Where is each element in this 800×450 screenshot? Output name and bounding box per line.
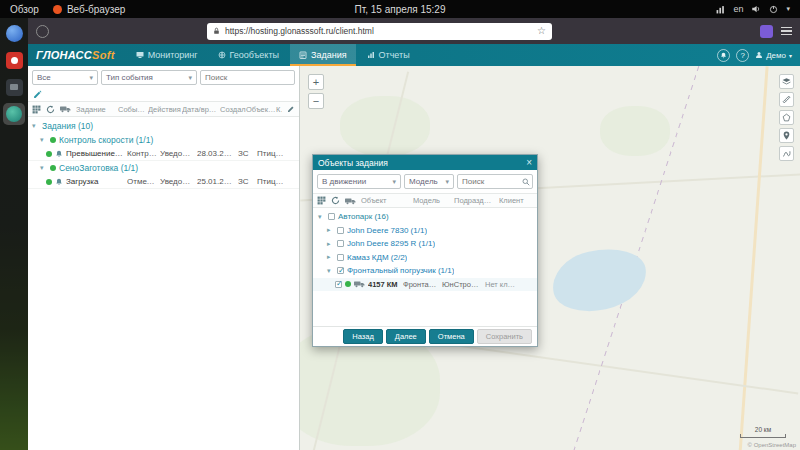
refresh-icon[interactable]: [331, 196, 340, 205]
objects-root-row[interactable]: ▾ Автопарк (16): [313, 210, 537, 224]
app-logo[interactable]: ГЛОНАССSoft: [36, 49, 115, 61]
object-group-row[interactable]: ▾ Фронтальный погрузчик (1/1): [313, 264, 537, 278]
system-menu-caret-icon[interactable]: ▾: [786, 5, 790, 13]
map-polygon-button[interactable]: [779, 110, 794, 125]
task-objects-dialog: Объекты задания × В движении▾ Модель▾: [312, 154, 538, 347]
col-objects[interactable]: Объекты: [246, 105, 276, 114]
task-row[interactable]: Загрузка Отметка... Уведомл... 25.01.202…: [28, 175, 299, 189]
help-icon[interactable]: ?: [736, 49, 749, 62]
group-checkbox-checked[interactable]: [337, 267, 344, 274]
object-row[interactable]: 4157 КМ Фронтальн... ЮнСтройС... Нет кли…: [313, 278, 537, 292]
task-group-row[interactable]: ▾ СеноЗаготовка (1/1): [28, 161, 299, 175]
map-layers-button[interactable]: [779, 74, 794, 89]
close-icon[interactable]: ×: [526, 158, 532, 168]
col-task[interactable]: Задание: [76, 105, 118, 114]
dock-item-utility[interactable]: [3, 76, 25, 98]
root-checkbox[interactable]: [328, 213, 335, 220]
task-name: Загрузка: [66, 177, 124, 186]
nav-tasks[interactable]: Задания: [290, 44, 356, 66]
browser-menu-icon[interactable]: [781, 27, 792, 36]
group-checkbox[interactable]: [337, 240, 344, 247]
tasks-tree: ▾ Задания (10) ▾ Контроль скорости (1/1)…: [28, 117, 299, 450]
activities-button[interactable]: Обзор: [10, 4, 39, 15]
group-checkbox[interactable]: [337, 254, 344, 261]
browser-window: https://hosting.glonasssoft.ru/client.ht…: [28, 18, 800, 450]
nav-monitoring[interactable]: Мониторинг: [127, 44, 207, 66]
notifications-icon[interactable]: [717, 49, 730, 62]
object-group-label: John Deere 7830 (1/1): [347, 226, 427, 235]
focused-app-indicator[interactable]: Веб-браузер: [53, 4, 126, 15]
group-checkbox[interactable]: [337, 227, 344, 234]
nav-reports[interactable]: Отчеты: [358, 44, 419, 66]
caret-right-icon[interactable]: ▸: [327, 253, 334, 261]
volume-icon[interactable]: [751, 4, 761, 14]
map-marker-button[interactable]: [779, 128, 794, 143]
select-all-icon[interactable]: [317, 196, 326, 205]
back-button[interactable]: Назад: [343, 329, 383, 344]
save-button[interactable]: Сохранить: [477, 329, 532, 344]
caret-down-icon[interactable]: ▾: [40, 136, 47, 144]
status-dot: [46, 151, 52, 157]
col-creator[interactable]: Создал: [220, 105, 246, 114]
select-all-icon[interactable]: [32, 105, 41, 114]
tasks-root-row[interactable]: ▾ Задания (10): [28, 119, 299, 133]
map-canvas[interactable]: + −: [300, 66, 800, 450]
object-group-label: John Deere 8295 R (1/1): [347, 239, 435, 248]
dialog-header[interactable]: Объекты задания ×: [313, 155, 537, 170]
col-client[interactable]: Клиент: [499, 196, 533, 205]
zoom-out-button[interactable]: −: [308, 93, 324, 109]
caret-down-icon[interactable]: ▾: [32, 122, 39, 130]
dock-item-active-app[interactable]: [3, 103, 25, 125]
task-group-row[interactable]: ▾ Контроль скорости (1/1): [28, 133, 299, 147]
address-bar[interactable]: https://hosting.glonasssoft.ru/client.ht…: [207, 23, 552, 40]
col-model[interactable]: Модель: [413, 196, 449, 205]
col-division[interactable]: Подразделение: [454, 196, 494, 205]
model-filter-select[interactable]: Модель▾: [404, 174, 454, 189]
clock[interactable]: Пт, 15 апреля 15:29: [355, 0, 446, 18]
tasks-search-input[interactable]: [200, 70, 295, 85]
task-filter-select[interactable]: Все▾: [32, 70, 98, 85]
user-menu[interactable]: Демо ▾: [755, 51, 792, 60]
refresh-icon[interactable]: [46, 105, 55, 114]
col-client[interactable]: Клиент: [276, 105, 282, 114]
next-button[interactable]: Далее: [386, 329, 426, 344]
caret-down-icon[interactable]: ▾: [327, 267, 334, 275]
bookmark-star-icon[interactable]: ☆: [537, 26, 546, 36]
keyboard-layout-indicator[interactable]: en: [733, 4, 743, 14]
power-icon[interactable]: [769, 5, 778, 14]
col-object[interactable]: Объект: [361, 196, 408, 205]
col-actions[interactable]: Действия: [148, 105, 182, 114]
object-checkbox-checked[interactable]: [335, 281, 342, 288]
app-header: ГЛОНАССSoft Мониторинг Геообъекты Задани…: [28, 44, 800, 66]
caret-right-icon[interactable]: ▸: [327, 226, 334, 234]
task-row[interactable]: Превышение скорости Контроль... Уведомл.…: [28, 147, 299, 161]
vehicle-filter-icon[interactable]: [60, 105, 71, 113]
map-scale-label: 20 км: [755, 426, 771, 433]
status-dot: [50, 165, 56, 171]
dock-item-messenger[interactable]: [3, 22, 25, 44]
event-type-select[interactable]: Тип события▾: [101, 70, 197, 85]
motion-filter-select[interactable]: В движении▾: [317, 174, 401, 189]
site-identity-icon[interactable]: [36, 25, 49, 38]
caret-right-icon[interactable]: ▸: [327, 240, 334, 248]
nav-geoobjects[interactable]: Геообъекты: [209, 44, 288, 66]
main-nav: Мониторинг Геообъекты Задания Отчеты: [127, 44, 419, 66]
map-ruler-button[interactable]: [779, 92, 794, 107]
map-track-button[interactable]: [779, 146, 794, 161]
map-lake: [547, 241, 652, 319]
cancel-button[interactable]: Отмена: [429, 329, 474, 344]
object-group-row[interactable]: ▸ John Deere 7830 (1/1): [313, 224, 537, 238]
caret-down-icon[interactable]: ▾: [318, 213, 325, 221]
col-date[interactable]: Дата/время: [182, 105, 220, 114]
col-events[interactable]: События: [118, 105, 148, 114]
object-group-row[interactable]: ▸ Камаз КДМ (2/2): [313, 251, 537, 265]
edit-pencil-icon[interactable]: [33, 90, 42, 99]
vehicle-filter-icon[interactable]: [345, 197, 356, 205]
dock-item-recorder[interactable]: [3, 49, 25, 71]
objects-root-label: Автопарк (16): [338, 212, 389, 221]
zoom-in-button[interactable]: +: [308, 74, 324, 90]
edit-columns-icon[interactable]: [287, 105, 295, 113]
caret-down-icon[interactable]: ▾: [40, 164, 47, 172]
object-group-row[interactable]: ▸ John Deere 8295 R (1/1): [313, 237, 537, 251]
extension-icon[interactable]: [760, 25, 773, 38]
